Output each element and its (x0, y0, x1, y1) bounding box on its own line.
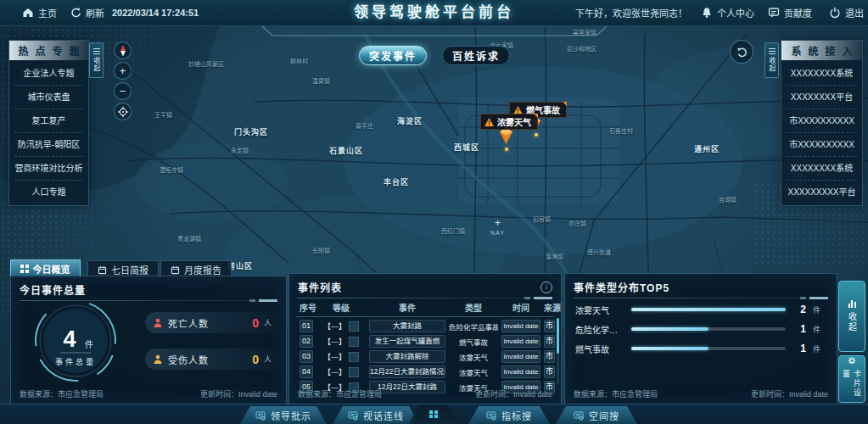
greeting: 下午好，欢迎张世尧同志！ (575, 0, 687, 25)
nav-label: 领导批示 (271, 409, 311, 422)
power-icon (829, 7, 841, 19)
nav-apps-button[interactable] (409, 404, 458, 424)
row-source: 市 (544, 320, 555, 332)
zoom-out-button[interactable]: − (114, 82, 132, 100)
hot-topics-collapse-button[interactable]: 收起 (89, 42, 104, 78)
pin-dot (505, 148, 508, 151)
title-frame-decoration (259, 25, 610, 38)
row-event: 大雾封路 (369, 320, 445, 332)
table-row[interactable]: 01【—】大雾封路危险化学品事故Invalid date市 (296, 320, 554, 332)
column-header: 时间 (501, 301, 540, 314)
hot-topic-item[interactable]: 企业法人专题 (14, 62, 83, 86)
map-pin-icon[interactable] (499, 127, 513, 145)
personal-center-label: 个人中心 (717, 6, 754, 20)
calendar-icon (171, 265, 180, 275)
personal-center-button[interactable]: 个人中心 (701, 0, 754, 25)
tab-label: 月度报告 (184, 263, 221, 276)
row-level: 【—】 (316, 366, 366, 377)
system-access-item[interactable]: XXXXXXXXX平台 (787, 181, 857, 204)
bar-fill (631, 327, 708, 331)
calendar-icon (98, 265, 107, 275)
chart-bar-row: 浓雾天气2件 (575, 301, 825, 318)
hot-topic-item[interactable]: 城市仪表盘 (14, 86, 83, 109)
column-header: 来源 (544, 301, 555, 314)
fog-weather-marker[interactable]: 浓雾天气 (480, 114, 538, 130)
top5-chart-title: 事件类型分布TOP5 (574, 280, 669, 294)
bar-unit: 件 (813, 343, 825, 354)
plus-icon: + (120, 65, 126, 76)
total-events-gauge: 4 件 事件总量 (33, 298, 118, 383)
system-access-item[interactable]: 市XXXXXXXXXX (787, 109, 857, 133)
nav-video-call[interactable]: 视话连线 (333, 406, 419, 424)
event-list-card: 事件列表 i 序号等级事件类型时间来源 01【—】大雾封路危险化学品事故Inva… (288, 273, 562, 404)
hot-topic-item[interactable]: 营商环境对比分析 (14, 157, 83, 181)
tool-label: 收起 (846, 312, 859, 332)
system-access-item[interactable]: XXXXXXXX系统 (787, 157, 857, 181)
menu-icon (769, 48, 776, 55)
hot-topic-item[interactable]: 复工复产 (14, 109, 83, 133)
bottom-nav: 领导批示 视话连线 指标搜 空间搜 (0, 404, 868, 424)
tool-label: 卡片设置 (841, 370, 863, 403)
info-icon[interactable]: i (540, 282, 552, 293)
table-scrollbar[interactable] (557, 318, 559, 384)
airport-cross-marker: +NAY (490, 219, 505, 237)
tab-label: 七日简报 (111, 263, 148, 276)
undo-icon (736, 47, 748, 58)
nav-spatial-search[interactable]: 空间搜 (556, 406, 637, 424)
compass-control[interactable] (114, 42, 132, 59)
row-level: 【—】 (316, 351, 366, 362)
warning-triangle-icon (484, 118, 494, 126)
contribution-button[interactable]: 贡献度 (768, 0, 812, 25)
marker-label: 浓雾天气 (497, 115, 531, 128)
appeals-filter-button[interactable]: 百姓诉求 (442, 46, 510, 65)
row-source: 市 (544, 335, 555, 348)
card-settings-button[interactable]: 卡片设置 (838, 355, 865, 403)
pin-dot (535, 133, 538, 137)
menu-icon (93, 48, 100, 55)
contribution-label: 贡献度 (784, 6, 812, 20)
today-summary-card: 今日事件总量 4 件 事件总量 死亡人数 0 人 受伤人数 0 人 数据来源：市… (10, 276, 287, 404)
system-access-item[interactable]: XXXXXXXX系统 (787, 62, 857, 86)
table-header-row: 序号等级事件类型时间来源 (296, 299, 554, 317)
table-body: 01【—】大雾封路危险化学品事故Invalid date市02【—】发生一起煤气… (296, 320, 554, 393)
bar-value: 1 (792, 343, 806, 354)
system-access-list: XXXXXXXX系统XXXXXXXX平台市XXXXXXXXXX市XXXXXXXX… (781, 60, 862, 205)
board-gear-icon (486, 410, 496, 421)
table-row[interactable]: 04【—】12月22日大雾封路情况续报浓雾天气Invalid date市 (296, 365, 554, 378)
chart-bar-row: 燃气事故1件 (575, 340, 825, 357)
bar-track (631, 347, 786, 350)
data-source: 数据来源：市应急管理局 (20, 388, 104, 399)
hot-topic-item[interactable]: 防汛抗旱-朝阳区 (14, 133, 83, 157)
hot-topic-item[interactable]: 人口专题 (14, 181, 83, 204)
nav-indicator-search[interactable]: 指标搜 (468, 406, 550, 424)
board-gear-icon (255, 410, 266, 421)
dashboard-root: 海淀区门头沟区石景山区丰台区西城区通州区房山区王平镇永定镇潭柘寺镇南平庄温泉镇柳… (0, 0, 868, 424)
stat-unit: 人 (264, 354, 272, 365)
system-access-item[interactable]: XXXXXXXX平台 (787, 86, 857, 109)
row-time: Invalid date (501, 365, 540, 378)
compass-icon (118, 44, 128, 57)
zoom-in-button[interactable]: + (114, 62, 132, 80)
data-source: 数据来源：市应急管理局 (574, 388, 658, 399)
locate-icon (117, 106, 129, 118)
row-type: 浓雾天气 (449, 367, 498, 377)
total-events-value: 4 (63, 326, 76, 352)
total-events-caption: 事件总量 (55, 357, 96, 366)
logout-button[interactable]: 退出 (829, 0, 864, 25)
nav-label: 视话连线 (363, 409, 404, 422)
collapse-cards-button[interactable]: 收起 (838, 281, 865, 352)
table-row[interactable]: 02【—】发生一起煤气罐轰燃燃气事故Invalid date市 (296, 335, 554, 348)
bar-fill (631, 308, 786, 311)
row-event: 12月22日大雾封路情况续报 (369, 365, 445, 378)
nav-leader-instructions[interactable]: 领导批示 (240, 406, 327, 424)
emergency-filter-button[interactable]: 突发事件 (359, 46, 427, 65)
system-access-collapse-button[interactable]: 收起 (764, 42, 779, 78)
undo-button[interactable] (730, 40, 753, 64)
locate-button[interactable] (114, 103, 132, 120)
table-row[interactable]: 03【—】大雾封路解除浓雾天气Invalid date市 (296, 350, 554, 363)
bar-unit: 件 (813, 304, 825, 315)
column-header: 类型 (449, 301, 498, 314)
column-header: 等级 (316, 301, 366, 314)
system-access-item[interactable]: 市XXXXXXXXXX (787, 133, 857, 157)
update-time: 更新时间：Invalid date (751, 388, 828, 399)
